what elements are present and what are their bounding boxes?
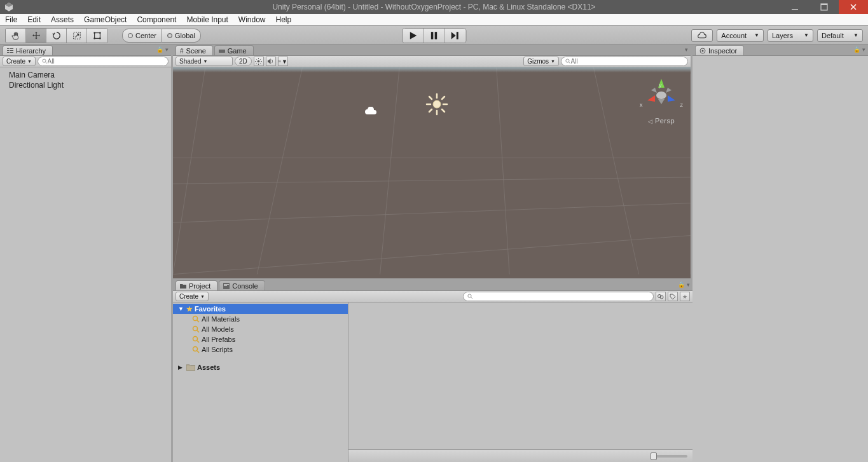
search-icon bbox=[467, 294, 473, 299]
menu-file[interactable]: File bbox=[0, 14, 22, 25]
panel-menu-icon[interactable]: ▾ bbox=[685, 46, 688, 53]
menu-assets[interactable]: Assets bbox=[46, 14, 79, 25]
rect-tool-button[interactable] bbox=[87, 29, 107, 43]
center-icon bbox=[128, 33, 133, 38]
svg-rect-19 bbox=[10, 52, 13, 53]
2d-toggle[interactable]: 2D bbox=[235, 57, 252, 66]
move-tool-button[interactable] bbox=[26, 29, 46, 43]
shading-mode-dropdown[interactable]: Shaded▼ bbox=[176, 57, 233, 66]
orientation-gizmo[interactable]: y x z ◁ Persp bbox=[641, 76, 682, 125]
svg-marker-60 bbox=[666, 88, 672, 93]
svg-point-45 bbox=[433, 100, 441, 108]
game-icon bbox=[219, 48, 225, 54]
svg-line-40 bbox=[257, 67, 302, 275]
rotate-tool-button[interactable] bbox=[46, 29, 67, 43]
menu-gameobject[interactable]: GameObject bbox=[79, 14, 132, 25]
window-close-button[interactable] bbox=[839, 0, 868, 14]
svg-rect-6 bbox=[95, 32, 100, 38]
chevron-down-icon: ▼ bbox=[754, 32, 759, 38]
scene-panel: #Scene Game ▾ Shaded▼ 2D ▼ Gizmos▼ bbox=[173, 45, 692, 278]
inspector-panel: Inspector 🔒▾ bbox=[692, 45, 868, 462]
favorites-row[interactable]: ▼ ★ Favorites bbox=[173, 304, 348, 314]
expand-icon: ▶ bbox=[178, 364, 184, 370]
search-icon bbox=[192, 336, 200, 343]
svg-line-71 bbox=[197, 330, 199, 332]
panel-menu-icon[interactable]: ▾ bbox=[687, 282, 690, 288]
favorite-item[interactable]: All Models bbox=[173, 324, 348, 334]
project-tree: ▼ ★ Favorites All Materials All Models A… bbox=[173, 302, 348, 462]
svg-point-8 bbox=[99, 32, 101, 34]
project-search-input[interactable] bbox=[463, 292, 654, 301]
star-icon: ★ bbox=[186, 305, 193, 313]
window-maximize-button[interactable] bbox=[809, 0, 839, 14]
hierarchy-tab[interactable]: Hierarchy bbox=[3, 45, 53, 55]
rotation-global-button[interactable]: Global bbox=[162, 29, 201, 43]
console-tab[interactable]: Console bbox=[219, 280, 265, 290]
game-tab[interactable]: Game bbox=[214, 45, 254, 55]
play-button[interactable] bbox=[403, 29, 424, 43]
favorite-item[interactable]: All Prefabs bbox=[173, 334, 348, 344]
assets-row[interactable]: ▶ Assets bbox=[173, 362, 348, 372]
project-tab[interactable]: Project bbox=[176, 280, 217, 290]
hierarchy-search-input[interactable] bbox=[38, 57, 169, 66]
icon-size-slider[interactable] bbox=[651, 455, 687, 458]
fx-toggle[interactable]: ▼ bbox=[278, 57, 288, 66]
filter-label-button[interactable] bbox=[668, 292, 678, 301]
search-icon bbox=[42, 58, 48, 64]
menu-component[interactable]: Component bbox=[132, 14, 181, 25]
lock-icon[interactable]: 🔒 bbox=[678, 282, 685, 288]
lighting-toggle[interactable] bbox=[254, 57, 264, 66]
window-minimize-button[interactable] bbox=[780, 0, 809, 14]
svg-rect-11 bbox=[431, 32, 433, 39]
project-content[interactable] bbox=[348, 302, 692, 462]
pause-button[interactable] bbox=[424, 29, 444, 43]
play-control-group bbox=[402, 28, 466, 43]
menu-edit[interactable]: Edit bbox=[22, 14, 46, 25]
gizmos-dropdown[interactable]: Gizmos▼ bbox=[523, 57, 559, 66]
menu-bar: File Edit Assets GameObject Component Mo… bbox=[0, 14, 868, 26]
svg-line-42 bbox=[497, 67, 509, 275]
filter-type-button[interactable] bbox=[656, 292, 666, 301]
pivot-center-button[interactable]: Center bbox=[122, 29, 162, 43]
panel-menu-icon[interactable]: ▾ bbox=[862, 46, 865, 53]
inspector-tab[interactable]: Inspector bbox=[695, 45, 744, 55]
lock-icon[interactable]: 🔒 bbox=[156, 46, 163, 53]
rotation-global-label: Global bbox=[175, 32, 195, 39]
menu-window[interactable]: Window bbox=[233, 14, 271, 25]
svg-line-51 bbox=[442, 109, 444, 112]
panel-menu-icon[interactable]: ▾ bbox=[165, 46, 169, 53]
favorite-item[interactable]: All Materials bbox=[173, 314, 348, 324]
scene-search-input[interactable] bbox=[561, 57, 688, 66]
svg-rect-63 bbox=[224, 285, 227, 286]
project-footer bbox=[348, 449, 692, 462]
project-create-dropdown[interactable]: Create▼ bbox=[176, 292, 209, 301]
image-icon bbox=[279, 58, 281, 65]
layers-dropdown[interactable]: Layers▼ bbox=[768, 29, 813, 42]
account-dropdown[interactable]: Account▼ bbox=[717, 29, 764, 42]
svg-line-39 bbox=[173, 67, 205, 275]
svg-line-37 bbox=[173, 203, 691, 223]
hierarchy-item[interactable]: Directional Light bbox=[0, 80, 171, 90]
lock-icon[interactable]: 🔒 bbox=[853, 46, 860, 53]
layout-dropdown[interactable]: Default▼ bbox=[817, 29, 863, 42]
audio-toggle[interactable] bbox=[266, 57, 276, 66]
hand-tool-button[interactable] bbox=[6, 29, 26, 43]
hierarchy-panel: Hierarchy 🔒▾ Create▼ Main Camera Directi… bbox=[0, 45, 173, 462]
hierarchy-item[interactable]: Main Camera bbox=[0, 70, 171, 80]
svg-line-65 bbox=[471, 297, 472, 299]
scene-tab[interactable]: #Scene bbox=[176, 45, 213, 55]
svg-rect-14 bbox=[7, 48, 9, 49]
save-search-button[interactable]: ★ bbox=[680, 292, 690, 301]
favorite-item[interactable]: All Scripts bbox=[173, 344, 348, 355]
svg-line-53 bbox=[429, 109, 432, 112]
cloud-button[interactable] bbox=[691, 29, 713, 42]
menu-help[interactable]: Help bbox=[271, 14, 297, 25]
svg-line-27 bbox=[256, 59, 257, 60]
step-button[interactable] bbox=[444, 29, 465, 43]
scale-tool-button[interactable] bbox=[67, 29, 87, 43]
axis-x-label: x bbox=[640, 102, 643, 108]
menu-mobile-input[interactable]: Mobile Input bbox=[181, 14, 233, 25]
scene-viewport[interactable]: y x z ◁ Persp bbox=[173, 67, 691, 278]
svg-rect-4 bbox=[821, 4, 827, 5]
hierarchy-create-dropdown[interactable]: Create▼ bbox=[3, 57, 36, 66]
